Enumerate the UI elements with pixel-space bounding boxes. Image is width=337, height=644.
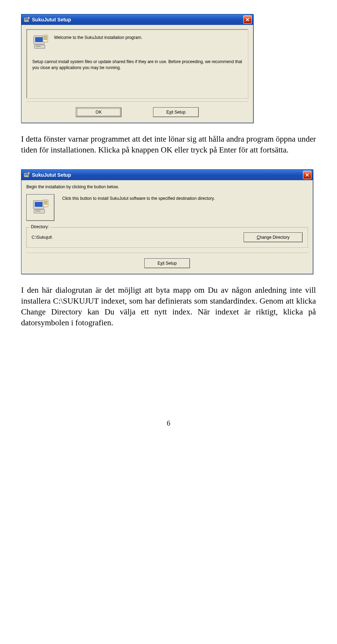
begin-text: Begin the installation by clicking the b… bbox=[26, 184, 308, 189]
install-button[interactable] bbox=[26, 194, 54, 221]
change-suffix: hange Directory bbox=[260, 235, 290, 240]
svg-rect-11 bbox=[44, 39, 47, 40]
svg-rect-17 bbox=[35, 202, 42, 207]
exit-suffix: it Setup bbox=[163, 261, 177, 266]
titlebar-text: SukuJutut Setup bbox=[32, 17, 71, 22]
close-icon bbox=[305, 173, 309, 177]
titlebar[interactable]: SukuJutut Setup bbox=[21, 14, 253, 25]
close-button[interactable] bbox=[303, 171, 311, 179]
setup-dialog-2: SukuJutut Setup Begin the installation b… bbox=[21, 169, 313, 274]
svg-rect-3 bbox=[28, 17, 29, 19]
svg-rect-22 bbox=[44, 202, 47, 203]
directory-path: C:\Sukujut\ bbox=[32, 235, 52, 240]
titlebar[interactable]: SukuJutut Setup bbox=[21, 170, 313, 180]
paragraph-2: I den här dialogrutan är det möjligt att… bbox=[21, 285, 316, 328]
svg-rect-23 bbox=[44, 204, 47, 204]
close-icon bbox=[246, 18, 249, 21]
page-number: 6 bbox=[21, 419, 316, 427]
exit-prefix: E bbox=[158, 261, 160, 266]
welcome-panel: Welcome to the SukuJutut installation pr… bbox=[26, 29, 248, 99]
install-description: Click this button to install SukuJutut s… bbox=[62, 194, 308, 201]
welcome-text: Welcome to the SukuJutut installation pr… bbox=[54, 34, 242, 40]
exit-setup-button[interactable]: Exit Setup bbox=[144, 258, 190, 268]
svg-rect-1 bbox=[25, 18, 28, 20]
exit-setup-button[interactable]: Exit Setup bbox=[153, 107, 199, 117]
setup-disk-icon bbox=[24, 172, 30, 178]
svg-rect-13 bbox=[25, 174, 28, 175]
directory-legend: Directory: bbox=[29, 224, 50, 229]
svg-rect-7 bbox=[36, 46, 41, 47]
change-directory-button[interactable]: Change Directory bbox=[244, 232, 303, 242]
setup-disk-icon bbox=[24, 16, 30, 23]
exit-prefix: E bbox=[166, 110, 169, 115]
svg-rect-15 bbox=[28, 172, 29, 174]
svg-rect-10 bbox=[44, 38, 47, 38]
svg-rect-21 bbox=[44, 201, 47, 202]
paragraph-1: I detta fönster varnar programmet att de… bbox=[21, 134, 316, 155]
computer-icon bbox=[32, 34, 48, 50]
directory-group: Directory: C:\Sukujut\ Change Directory bbox=[26, 227, 308, 248]
change-accelerator: C bbox=[257, 235, 260, 240]
svg-rect-9 bbox=[44, 36, 47, 37]
close-button[interactable] bbox=[243, 15, 252, 24]
svg-rect-2 bbox=[24, 21, 29, 22]
setup-dialog-1: SukuJutut Setup bbox=[21, 14, 253, 123]
ok-button[interactable]: OK bbox=[76, 107, 121, 117]
computer-install-icon bbox=[31, 198, 49, 217]
titlebar-text: SukuJutut Setup bbox=[32, 172, 71, 178]
warning-text: Setup cannot install system files or upd… bbox=[32, 59, 242, 71]
ok-label: OK bbox=[95, 110, 101, 115]
svg-rect-14 bbox=[24, 176, 29, 177]
svg-rect-19 bbox=[35, 211, 40, 211]
svg-rect-5 bbox=[35, 37, 43, 42]
exit-suffix: it Setup bbox=[171, 110, 186, 115]
